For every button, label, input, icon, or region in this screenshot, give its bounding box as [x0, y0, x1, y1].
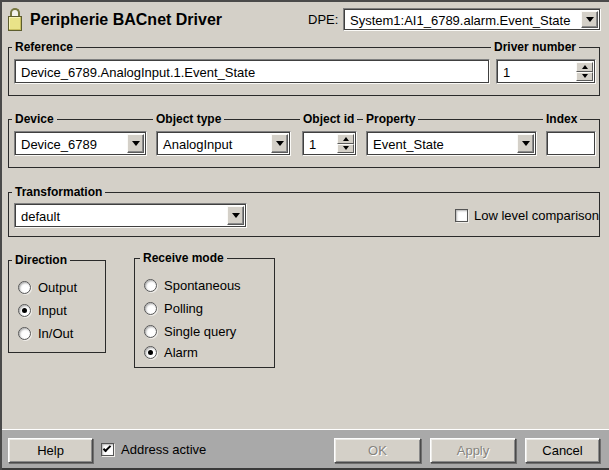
radio-spontaneous-label[interactable]: Spontaneous	[164, 279, 241, 293]
radio-single-query-label[interactable]: Single query	[164, 325, 236, 339]
radio-in-out-label[interactable]: In/Out	[38, 327, 73, 341]
cancel-button[interactable]: Cancel	[525, 438, 600, 463]
object-id-value: 1	[309, 136, 316, 151]
radio-dot	[22, 308, 27, 313]
check-icon	[103, 444, 111, 452]
transformation-caption: Transformation	[12, 186, 105, 199]
device-caption: Device	[12, 113, 57, 126]
object-id-caption: Object id	[300, 113, 357, 126]
index-caption: Index	[543, 113, 580, 126]
radio-input[interactable]	[18, 304, 31, 317]
dialog-left-border	[0, 0, 2, 470]
property-caption: Property	[363, 113, 418, 126]
driver-number-value: 1	[503, 64, 510, 79]
radio-output[interactable]	[18, 281, 31, 294]
bacnet-driver-dialog: Peripherie BACnet Driver DPE: System1:AI…	[0, 0, 609, 470]
chevron-up-icon[interactable]	[576, 62, 593, 72]
spin-up-glyph	[343, 137, 349, 141]
spin-up-glyph	[582, 65, 588, 69]
chevron-down-icon[interactable]	[127, 134, 144, 153]
dialog-top-border	[0, 0, 609, 2]
help-button[interactable]: Help	[8, 438, 93, 463]
driver-number-spin-buttons	[576, 62, 593, 81]
transformation-value: default	[21, 208, 60, 223]
radio-polling[interactable]	[144, 302, 157, 315]
device-combobox[interactable]: Device_6789	[14, 131, 147, 156]
chevron-down-icon[interactable]	[581, 11, 598, 28]
chevron-up-icon[interactable]	[337, 134, 354, 144]
radio-alarm[interactable]	[144, 346, 157, 359]
radio-alarm-label[interactable]: Alarm	[164, 346, 198, 360]
property-combobox[interactable]: Event_State	[366, 131, 537, 156]
reference-input[interactable]: Device_6789.AnalogInput.1.Event_State	[14, 59, 490, 84]
reference-caption: Reference	[12, 41, 76, 54]
dpe-combobox[interactable]: System1:AI1_6789.alarm.Event_State	[343, 8, 601, 31]
radio-output-label[interactable]: Output	[38, 281, 77, 295]
ok-button[interactable]: OK	[334, 438, 421, 463]
chevron-down-glyph	[132, 141, 140, 146]
object-type-caption: Object type	[153, 113, 224, 126]
low-level-comparison-label: Low level comparison	[474, 209, 599, 223]
chevron-down-glyph	[232, 213, 240, 218]
chevron-down-icon[interactable]	[227, 206, 244, 225]
driver-number-spinner[interactable]: 1	[496, 59, 596, 84]
object-type-combobox[interactable]: AnalogInput	[156, 131, 291, 156]
radio-dot	[148, 350, 153, 355]
direction-caption: Direction	[12, 254, 70, 267]
lock-icon	[8, 8, 23, 32]
transformation-combobox[interactable]: default	[14, 203, 247, 228]
object-id-spin-buttons	[337, 134, 354, 153]
address-active-checkbox[interactable]	[101, 443, 114, 456]
low-level-comparison-checkbox[interactable]	[455, 209, 468, 222]
object-type-value: AnalogInput	[163, 136, 232, 151]
radio-input-label[interactable]: Input	[38, 304, 67, 318]
spin-down-glyph	[343, 146, 349, 150]
dpe-value: System1:AI1_6789.alarm.Event_State	[350, 12, 570, 27]
chevron-down-icon[interactable]	[576, 72, 593, 82]
object-id-spinner[interactable]: 1	[302, 131, 357, 156]
spin-down-glyph	[582, 74, 588, 78]
address-active-label[interactable]: Address active	[121, 443, 206, 457]
reference-value: Device_6789.AnalogInput.1.Event_State	[21, 64, 255, 79]
property-value: Event_State	[373, 136, 444, 151]
chevron-down-glyph	[586, 17, 594, 22]
radio-spontaneous[interactable]	[144, 279, 157, 292]
dialog-title: Peripherie BACnet Driver	[30, 9, 222, 31]
device-value: Device_6789	[21, 136, 97, 151]
chevron-down-glyph	[522, 141, 530, 146]
lock-body	[8, 16, 22, 31]
driver-number-caption: Driver number	[491, 41, 579, 54]
radio-single-query[interactable]	[144, 325, 157, 338]
radio-in-out[interactable]	[18, 327, 31, 340]
radio-polling-label[interactable]: Polling	[164, 302, 203, 316]
index-input[interactable]	[546, 131, 596, 156]
apply-button[interactable]: Apply	[430, 438, 516, 463]
chevron-down-glyph	[276, 141, 284, 146]
chevron-down-icon[interactable]	[517, 134, 534, 153]
dpe-label: DPE:	[308, 13, 338, 27]
receive-mode-caption: Receive mode	[140, 252, 227, 265]
chevron-down-icon[interactable]	[271, 134, 288, 153]
chevron-down-icon[interactable]	[337, 144, 354, 154]
